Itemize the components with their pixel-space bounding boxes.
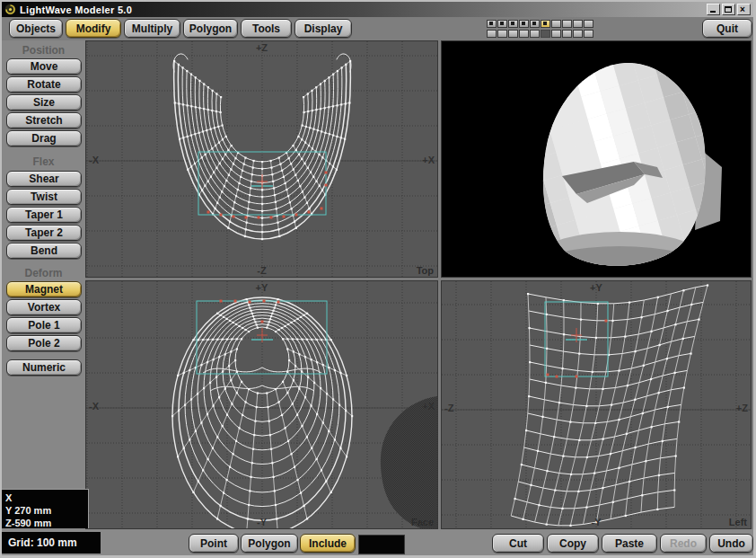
sidebar-button-stretch[interactable]: Stretch	[6, 112, 82, 128]
magnet-crosshair	[251, 174, 273, 189]
layout-preset-button	[541, 30, 550, 38]
axis-label-plus-y: +Y	[590, 282, 602, 293]
layout-preset-button[interactable]	[573, 20, 583, 28]
undo-button[interactable]: Undo	[709, 534, 753, 553]
layout-preset-button[interactable]	[497, 20, 507, 28]
perspective-view-canvas	[442, 41, 751, 277]
layout-preset-button[interactable]	[541, 20, 550, 28]
section-title-flex: Flex	[2, 155, 85, 168]
mode-point-button[interactable]: Point	[189, 534, 239, 553]
face-view-canvas	[86, 281, 437, 528]
selection-volume-display	[358, 535, 405, 554]
sidebar-button-twist[interactable]: Twist	[6, 189, 82, 205]
titlebar[interactable]: LightWave Modeler 5.0 ×	[2, 2, 753, 17]
top-view-canvas	[86, 41, 437, 277]
maximize-icon	[725, 6, 732, 13]
layout-preset-button[interactable]	[508, 20, 518, 28]
axis-label-plus-z: +Z	[256, 42, 268, 53]
redo-button[interactable]: Redo	[660, 534, 707, 553]
paste-button[interactable]: Paste	[602, 534, 657, 553]
viewport-name-face: Face	[411, 517, 434, 527]
section-title-deform: Deform	[2, 267, 85, 279]
menu-objects[interactable]: Objects	[9, 19, 63, 38]
sidebar-button-taper1[interactable]: Taper 1	[6, 207, 82, 223]
viewport-name-top: Top	[417, 265, 434, 276]
left-view-canvas	[442, 281, 751, 528]
layout-preset-button[interactable]	[519, 30, 529, 38]
mode-polygon-button[interactable]: Polygon	[241, 534, 298, 553]
window-frame-left	[0, 0, 2, 558]
sidebar-button-magnet[interactable]: Magnet	[6, 281, 82, 297]
sidebar-button-pole1[interactable]: Pole 1	[6, 317, 82, 333]
viewport-face[interactable]: +Y -Y -X +X Face	[85, 280, 438, 529]
maximize-button[interactable]	[722, 4, 735, 15]
sidebar-button-bend[interactable]: Bend	[6, 243, 82, 259]
menu-modify[interactable]: Modify	[66, 19, 121, 38]
window-title: LightWave Modeler 5.0	[20, 4, 132, 15]
layout-preset-button[interactable]	[584, 30, 593, 38]
layout-preset-button[interactable]	[562, 30, 572, 38]
layout-preset-button[interactable]	[562, 20, 572, 28]
minimize-button[interactable]	[707, 4, 720, 15]
axis-label-minus-y: -Y	[592, 517, 602, 527]
sidebar-button-drag[interactable]: Drag	[6, 130, 82, 146]
close-icon: ×	[740, 4, 745, 14]
application-window: LightWave Modeler 5.0 × Objects Modify M…	[0, 0, 756, 558]
layout-preset-button[interactable]	[584, 20, 593, 28]
shaded-head	[467, 41, 751, 277]
axis-label-plus-x: +X	[422, 401, 435, 412]
mode-include-button[interactable]: Include	[300, 534, 356, 553]
sidebar: Position Move Rotate Size Stretch Drag F…	[2, 40, 85, 529]
axis-label-plus-y: +Y	[256, 282, 268, 293]
axis-label-minus-z: -Z	[257, 265, 266, 276]
viewport-layout-selector	[487, 20, 596, 40]
coord-z: Z-590 mm	[5, 517, 88, 529]
layout-preset-button[interactable]	[530, 30, 540, 38]
menu-display[interactable]: Display	[294, 19, 352, 38]
axis-label-minus-x: -X	[89, 401, 99, 412]
viewport-top[interactable]: +Z -Z -X +X Top	[85, 40, 438, 278]
viewport-left[interactable]: +Y -Y -Z +Z Left	[441, 280, 752, 529]
layout-preset-button[interactable]	[519, 20, 529, 28]
grid-size-display: Grid: 100 mm	[2, 532, 101, 554]
window-frame-top	[0, 0, 756, 2]
sidebar-button-rotate[interactable]: Rotate	[6, 76, 82, 93]
axis-label-plus-z: +Z	[736, 403, 748, 413]
axis-label-minus-y: -Y	[257, 517, 267, 527]
numeric-button[interactable]: Numeric	[6, 359, 82, 376]
quit-button[interactable]: Quit	[702, 19, 752, 38]
sidebar-button-taper2[interactable]: Taper 2	[6, 225, 82, 241]
axis-label-minus-z: -Z	[444, 403, 453, 413]
sidebar-button-move[interactable]: Move	[6, 58, 82, 75]
section-title-position: Position	[2, 44, 85, 57]
layout-preset-button[interactable]	[551, 30, 561, 38]
sidebar-button-shear[interactable]: Shear	[6, 171, 82, 187]
copy-button[interactable]: Copy	[547, 534, 599, 553]
layout-preset-button[interactable]	[497, 30, 507, 38]
coord-y: Y 270 mm	[5, 504, 88, 517]
viewport-name-left: Left	[729, 517, 747, 527]
viewport-perspective[interactable]	[441, 40, 752, 278]
menu-polygon[interactable]: Polygon	[183, 19, 238, 38]
axis-label-minus-x: -X	[89, 155, 99, 165]
coord-x: X	[5, 492, 88, 504]
layout-preset-button[interactable]	[573, 30, 583, 38]
sidebar-button-pole2[interactable]: Pole 2	[6, 335, 82, 351]
close-button[interactable]: ×	[737, 4, 751, 15]
coordinate-readout: X Y 270 mm Z-590 mm	[2, 489, 89, 528]
menu-multiply[interactable]: Multiply	[124, 19, 180, 38]
sidebar-button-vortex[interactable]: Vortex	[6, 299, 82, 315]
wireframe-mesh	[511, 284, 708, 527]
minimize-icon	[710, 11, 716, 13]
cut-button[interactable]: Cut	[492, 534, 544, 553]
layout-preset-button[interactable]	[487, 20, 497, 28]
layout-preset-button[interactable]	[487, 30, 497, 38]
viewport-area: +Z -Z -X +X Top +Y -Y -X +X Face +Y -Y -…	[85, 40, 753, 529]
app-icon	[4, 4, 16, 15]
layout-preset-button[interactable]	[508, 30, 518, 38]
layout-preset-button[interactable]	[551, 20, 561, 28]
layout-preset-button[interactable]	[530, 20, 540, 28]
sidebar-button-size[interactable]: Size	[6, 94, 82, 111]
menu-tools[interactable]: Tools	[241, 19, 292, 38]
menubar: Objects Modify Multiply Polygon Tools Di…	[2, 17, 753, 40]
